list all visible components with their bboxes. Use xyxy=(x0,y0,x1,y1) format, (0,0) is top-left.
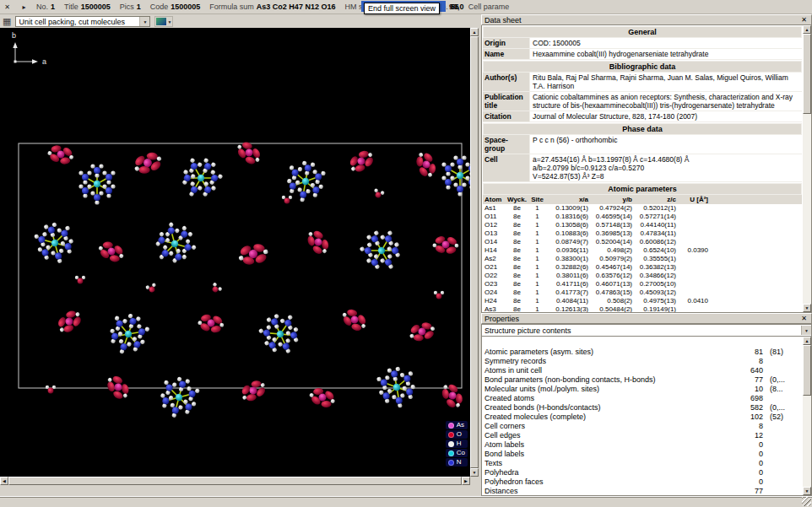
close-icon[interactable]: ✕ xyxy=(799,16,809,24)
wyckoff-cell: 8e xyxy=(506,255,528,263)
picture-content-combo-value: Unit cell packing, cut molecules xyxy=(19,18,125,26)
datasheet-row-label: Space-group xyxy=(483,135,530,154)
table-row: As1 8e 1 0.13009(1) 0.47924(2) 0.52012(1… xyxy=(483,204,802,213)
scroll-right-icon[interactable]: ▶ xyxy=(462,477,470,485)
chevron-down-icon[interactable]: ▼ xyxy=(167,19,171,24)
u-cell xyxy=(678,263,710,272)
table-grid-icon[interactable]: ▦ xyxy=(3,17,11,26)
u-cell xyxy=(678,204,710,213)
table-row: As2 8e 1 0.38300(1) 0.50979(2) 0.35555(1… xyxy=(483,255,802,263)
table-row: O22 8e 1 0.38011(6) 0.63576(12) 0.34866(… xyxy=(483,272,802,280)
record-field-value: 1500005 xyxy=(171,3,200,11)
atomic-table-header-row: Atom Wyck. Site x/a y/b z/c U [Å²] xyxy=(483,195,802,204)
axis-b-label: b xyxy=(12,31,16,40)
tooltip: End full screen view xyxy=(364,3,440,14)
zc-cell: 0.57271(14) xyxy=(634,213,678,221)
property-value: 77 xyxy=(731,487,763,495)
picture-content-combo[interactable]: Unit cell packing, cut molecules ▼ xyxy=(15,16,150,27)
scroll-up-icon[interactable]: ▲ xyxy=(470,28,479,36)
zc-cell: 0.45093(12) xyxy=(634,289,678,297)
zc-cell: 0.35555(1) xyxy=(634,255,678,263)
table-row: O23 8e 1 0.41711(6) 0.46071(13) 0.27005(… xyxy=(483,280,802,289)
datasheet-row-value: Hexaammine cobalt(III) hydrogenarseniate… xyxy=(530,49,711,59)
legend-label: O xyxy=(457,430,462,439)
canvas-horizontal-scrollbar[interactable]: ◀ ▶ xyxy=(0,477,470,485)
record-nav-icon[interactable]: ▸ xyxy=(19,3,29,11)
scroll-down-icon[interactable]: ▼ xyxy=(803,304,811,312)
property-row: Distances 77 xyxy=(482,486,803,495)
close-icon[interactable]: ✕ xyxy=(3,3,12,11)
datasheet-row: Cell a=27.4534(16) Å b=13.1997(8) Å c=14… xyxy=(483,154,802,182)
atom-cell: O21 xyxy=(483,263,506,272)
xa-cell: 0.0936(11) xyxy=(546,246,590,255)
structure-canvas[interactable]: b a xyxy=(0,28,470,477)
wyckoff-cell: 8e xyxy=(506,204,528,213)
right-panel: Data sheet ✕ General Origin COD: 1500005… xyxy=(481,14,812,496)
scroll-left-icon[interactable]: ◀ xyxy=(0,477,8,485)
scroll-up-icon[interactable]: ▲ xyxy=(803,337,811,345)
chevron-down-icon[interactable]: ▼ xyxy=(801,326,811,335)
wyckoff-cell: 8e xyxy=(506,246,528,255)
wyckoff-cell: 8e xyxy=(506,238,528,246)
atom-color-dot xyxy=(448,450,454,456)
yb-cell: 0.57148(13) xyxy=(590,221,634,229)
atom-cell: O12 xyxy=(483,221,506,229)
zc-cell: 0.27005(10) xyxy=(634,280,678,289)
column-header: x/a xyxy=(546,195,590,204)
column-header: U [Å²] xyxy=(678,195,710,204)
xa-cell: 0.4084(11) xyxy=(546,297,590,305)
atom-cell: O22 xyxy=(483,272,506,280)
picture-toolbar: ▦ Unit cell packing, cut molecules ▼ ▼ xyxy=(0,15,479,28)
xa-cell: 0.10883(6) xyxy=(546,229,590,238)
properties-scrollbar[interactable]: ▲ ▼ xyxy=(803,337,811,495)
scrollbar-thumb[interactable] xyxy=(8,477,462,485)
axes-indicator: b a xyxy=(12,31,46,66)
record-field: No. 1 xyxy=(36,3,55,11)
properties-category-combo[interactable]: Structure picture contents ▼ xyxy=(481,324,812,337)
property-value: 102 xyxy=(731,413,763,421)
yb-cell: 0.498(2) xyxy=(590,246,634,255)
record-field-value: As3 Co2 H47 N12 O16 xyxy=(257,3,336,11)
canvas-vertical-scrollbar[interactable]: ▲ ▼ xyxy=(470,28,479,477)
picture-style-button[interactable]: ▼ xyxy=(154,16,173,27)
legend-item: N xyxy=(446,458,468,467)
close-icon[interactable]: ✕ xyxy=(799,315,809,322)
column-header: Site xyxy=(528,195,546,204)
site-cell: 1 xyxy=(528,255,546,263)
properties-combo-value: Structure picture contents xyxy=(484,326,571,335)
property-row: Created molecules (complete) 102 (52) xyxy=(482,412,803,421)
property-row: Symmetry records 8 xyxy=(482,356,803,365)
scroll-down-icon[interactable]: ▼ xyxy=(470,468,479,477)
datasheet-row-value: Cationic cobaltammines as anion receptor… xyxy=(530,92,802,111)
datasheet-scrollbar[interactable]: ▲ ▼ xyxy=(803,25,811,312)
table-row: O14 8e 1 0.08749(7) 0.52004(14) 0.60086(… xyxy=(483,238,802,246)
yb-cell: 0.63576(12) xyxy=(590,272,634,280)
property-row: Bond parameters (non-bonding contacts, H… xyxy=(482,375,803,384)
site-cell: 1 xyxy=(528,246,546,255)
legend-item: O xyxy=(446,430,468,439)
legend-item: As xyxy=(446,421,468,429)
property-extra: (0,... xyxy=(763,375,800,384)
property-value: 0 xyxy=(731,459,763,467)
scrollbar-thumb[interactable] xyxy=(803,34,811,114)
site-cell: 1 xyxy=(528,221,546,229)
property-name: Created atoms xyxy=(484,394,731,402)
legend-label: H xyxy=(457,440,462,448)
scrollbar-thumb[interactable] xyxy=(470,36,479,468)
scroll-down-icon[interactable]: ▼ xyxy=(803,487,811,495)
property-value: 0 xyxy=(731,468,763,477)
scroll-up-icon[interactable]: ▲ xyxy=(803,25,811,34)
u-cell xyxy=(678,221,710,229)
section-header-bibliographic: Bibliographic data xyxy=(483,61,802,73)
picture-icon xyxy=(156,18,166,25)
zc-cell: 0.44140(11) xyxy=(634,221,678,229)
zc-cell: 0.60086(12) xyxy=(634,238,678,246)
yb-cell: 0.47863(15) xyxy=(590,289,634,297)
xa-cell: 0.38011(6) xyxy=(546,272,590,280)
datasheet-row-label: Citation xyxy=(483,111,530,121)
scrollbar-thumb[interactable] xyxy=(803,345,811,396)
yb-cell: 0.45467(14) xyxy=(590,263,634,272)
resize-grip[interactable] xyxy=(802,497,811,506)
chevron-down-icon[interactable]: ▼ xyxy=(139,17,149,26)
structure-view: b a xyxy=(0,28,479,485)
